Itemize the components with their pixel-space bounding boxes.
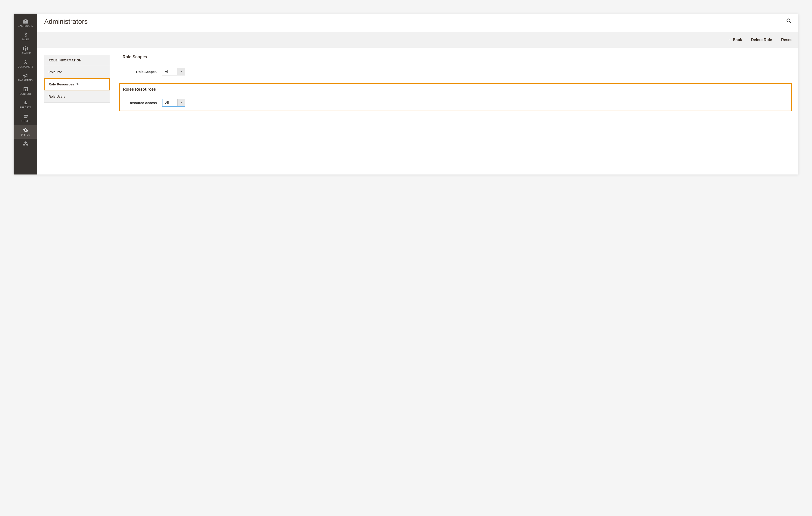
app-window: DASHBOARD SALES CATALOG CUSTOMERS MARKET… — [13, 13, 799, 174]
resource-access-row: Resource Access All — [123, 99, 787, 107]
reset-button[interactable]: Reset — [781, 38, 792, 42]
select-value: All — [162, 68, 177, 75]
select-value: All — [163, 99, 177, 106]
chevron-down-icon — [177, 68, 185, 75]
role-scopes-label: Role Scopes — [122, 70, 156, 74]
section-title: Role Scopes — [122, 55, 792, 62]
sidebar-item-reports[interactable]: REPORTS — [13, 98, 37, 112]
tab-role-info[interactable]: Role Info — [45, 66, 110, 78]
page-title: Administrators — [44, 18, 88, 25]
content-area: ROLE INFORMATION Role Info Role Resource… — [37, 48, 799, 174]
sidebar: DASHBOARD SALES CATALOG CUSTOMERS MARKET… — [13, 13, 37, 174]
sidebar-item-label: DASHBOARD — [18, 25, 33, 27]
box-icon — [23, 46, 29, 51]
tab-label: Role Info — [49, 70, 62, 74]
chevron-down-icon — [177, 99, 185, 106]
role-scopes-row: Role Scopes All — [122, 68, 792, 76]
sidebar-item-label: CATALOG — [20, 52, 31, 54]
resources-highlight: Roles Resources Resource Access All — [119, 83, 792, 111]
sidebar-item-label: CONTENT — [20, 93, 31, 95]
delete-role-button[interactable]: Delete Role — [751, 38, 772, 42]
reset-label: Reset — [781, 38, 792, 42]
sidebar-item-content[interactable]: CONTENT — [13, 84, 37, 98]
sidebar-item-label: SYSTEM — [20, 134, 30, 136]
tabs-header: ROLE INFORMATION — [45, 55, 110, 66]
resource-access-select[interactable]: All — [162, 99, 185, 107]
layout-icon — [23, 87, 29, 92]
search-icon[interactable] — [786, 18, 792, 25]
action-toolbar: ← Back Delete Role Reset — [37, 32, 799, 48]
megaphone-icon — [23, 73, 29, 78]
pencil-icon: ✎ — [76, 83, 79, 86]
sidebar-item-label: REPORTS — [20, 106, 31, 109]
svg-point-0 — [787, 19, 790, 22]
tab-role-users[interactable]: Role Users — [45, 90, 110, 103]
roles-resources-section: Roles Resources Resource Access All — [122, 85, 792, 111]
sidebar-item-marketing[interactable]: MARKETING — [13, 71, 37, 84]
sidebar-item-sales[interactable]: SALES — [13, 30, 37, 44]
form-panel: Role Scopes Role Scopes All Roles Res — [122, 55, 792, 168]
delete-label: Delete Role — [751, 38, 772, 42]
role-scopes-select[interactable]: All — [162, 68, 185, 76]
bars-icon — [23, 100, 29, 106]
back-button[interactable]: ← Back — [727, 37, 742, 42]
blocks-icon — [23, 141, 29, 146]
sidebar-item-label: MARKETING — [18, 79, 33, 82]
role-info-tabs-panel: ROLE INFORMATION Role Info Role Resource… — [44, 55, 110, 103]
sidebar-item-extensions[interactable] — [13, 139, 37, 150]
gear-icon — [23, 127, 29, 133]
sidebar-item-stores[interactable]: STORES — [13, 112, 37, 125]
gauge-icon — [23, 19, 29, 24]
page-header: Administrators — [37, 13, 799, 32]
sidebar-item-label: SALES — [22, 38, 29, 41]
sidebar-item-catalog[interactable]: CATALOG — [13, 44, 37, 57]
sidebar-item-label: CUSTOMERS — [18, 65, 33, 68]
sidebar-item-label: STORES — [21, 120, 31, 122]
sidebar-item-dashboard[interactable]: DASHBOARD — [13, 16, 37, 30]
tab-label: Role Resources — [49, 82, 74, 86]
person-icon — [23, 59, 29, 65]
sidebar-item-system[interactable]: SYSTEM — [13, 125, 37, 139]
tab-label: Role Users — [49, 94, 65, 98]
svg-line-1 — [789, 22, 791, 23]
resource-access-label: Resource Access — [123, 101, 157, 105]
dollar-icon — [23, 32, 29, 38]
back-label: Back — [733, 38, 742, 42]
tab-role-resources[interactable]: Role Resources ✎ — [45, 78, 110, 90]
role-scopes-section: Role Scopes Role Scopes All — [122, 55, 792, 76]
arrow-left-icon: ← — [727, 37, 731, 42]
main-content: Administrators ← Back Delete Role Reset … — [37, 13, 799, 174]
section-title: Roles Resources — [123, 87, 787, 94]
storefront-icon — [23, 114, 29, 119]
sidebar-item-customers[interactable]: CUSTOMERS — [13, 57, 37, 71]
